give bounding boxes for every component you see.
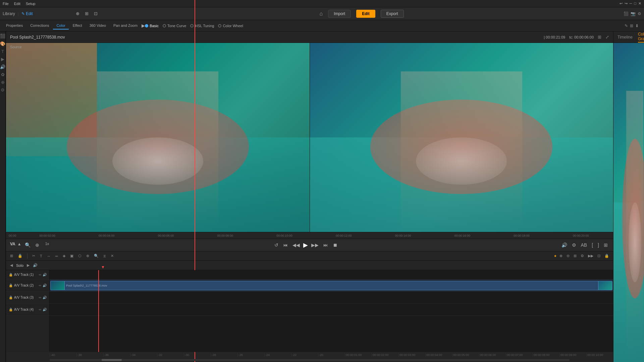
rp-tab-color-grading[interactable]: Color Grading bbox=[638, 32, 644, 43]
tl-tool-magnet[interactable]: ⧖ bbox=[102, 253, 107, 259]
sub-tab-basic[interactable]: Basic bbox=[145, 24, 159, 28]
sub-tab-tone-curve[interactable]: Tone Curve bbox=[163, 24, 186, 28]
more-tabs-button[interactable]: ▶ bbox=[142, 22, 145, 29]
tl-fit[interactable]: ⊞ bbox=[572, 253, 578, 259]
step-forward-button[interactable]: ▶▶ bbox=[310, 242, 320, 248]
side-icon-4[interactable]: ▶ bbox=[1, 57, 4, 62]
tl-more[interactable]: ▶▶ bbox=[587, 253, 595, 259]
scroll-thumb[interactable] bbox=[102, 359, 122, 361]
track-2-audio-icon[interactable]: 🔊 bbox=[43, 284, 47, 287]
tab-effects[interactable]: Effect bbox=[69, 22, 86, 29]
menu-edit[interactable]: Edit bbox=[14, 2, 20, 6]
tl-tool-2[interactable]: 🔒 bbox=[16, 253, 24, 259]
track-4-link-icon[interactable]: ⇔ bbox=[39, 308, 41, 311]
track-1-audio-icon[interactable]: 🔊 bbox=[43, 273, 47, 277]
play-button[interactable]: ▶ bbox=[303, 241, 308, 249]
side-icon-5[interactable]: 🔊 bbox=[0, 64, 5, 69]
next-clip-button[interactable]: ⏭ bbox=[322, 242, 329, 248]
sub-tab-color-wheel[interactable]: Color Wheel bbox=[218, 24, 243, 28]
scroll-track[interactable] bbox=[50, 359, 570, 361]
side-icon-1[interactable]: ⬛ bbox=[0, 34, 5, 39]
edit-pencil-icon2[interactable]: ✎ bbox=[625, 23, 628, 28]
tl-tool-10[interactable]: ⊕ bbox=[85, 253, 91, 259]
toolbar-right-3[interactable]: ⚙ bbox=[638, 11, 641, 16]
track-4-audio-icon[interactable]: 🔊 bbox=[43, 308, 47, 311]
track-3-audio-icon[interactable]: 🔊 bbox=[43, 296, 47, 299]
fullscreen-icon[interactable]: ⤢ bbox=[605, 35, 609, 40]
volume-btn[interactable]: 🔊 bbox=[560, 242, 569, 248]
mark-out-btn[interactable]: ] bbox=[596, 242, 600, 248]
mark-in-btn[interactable]: [ bbox=[590, 242, 594, 248]
home-icon[interactable]: ⌂ bbox=[319, 11, 323, 17]
toolbar-icon-1[interactable]: ⊕ bbox=[74, 10, 82, 17]
tab-corrections[interactable]: Corrections bbox=[27, 22, 52, 29]
edit-button[interactable]: Edit bbox=[356, 10, 375, 18]
tl-lock[interactable]: 🔒 bbox=[603, 253, 610, 259]
rp-tab-timeline[interactable]: Timeline bbox=[618, 35, 633, 40]
maximize-icon[interactable]: □ bbox=[634, 1, 636, 6]
zoom-in-btn[interactable]: ⊕ bbox=[34, 242, 41, 248]
tl-tool-delete[interactable]: ✕ bbox=[109, 253, 115, 259]
loop-button[interactable]: ↺ bbox=[273, 242, 280, 248]
solo-next-btn[interactable]: ▶ bbox=[25, 262, 31, 268]
toolbar-right-2[interactable]: 📷 bbox=[631, 11, 636, 16]
redo-icon[interactable]: ↪ bbox=[625, 1, 628, 6]
sub-tab-hsl-tuning[interactable]: HSL Tuning bbox=[190, 24, 214, 28]
minimize-icon[interactable]: ─ bbox=[630, 1, 632, 6]
expand-icon[interactable]: ⊞ bbox=[598, 35, 601, 40]
tl-tool-7[interactable]: ◈ bbox=[61, 253, 67, 259]
tl-tool-9[interactable]: ⬡ bbox=[77, 253, 83, 259]
import-button[interactable]: Import bbox=[328, 10, 351, 18]
tl-zoom-in[interactable]: ⊕ bbox=[558, 253, 564, 259]
side-icon-6[interactable]: ✿ bbox=[1, 72, 5, 77]
undo-icon[interactable]: ↩ bbox=[620, 1, 623, 6]
zoom-out-btn[interactable]: 🔍 bbox=[23, 242, 32, 248]
toolbar-right-1[interactable]: ⬛ bbox=[624, 11, 629, 16]
track-3-link-icon[interactable]: ⇔ bbox=[39, 296, 41, 299]
toolbar-icon-2[interactable]: ⊞ bbox=[83, 10, 91, 17]
color-wheel-radio[interactable] bbox=[218, 24, 221, 27]
tl-zoom-out[interactable]: ⊖ bbox=[565, 253, 571, 259]
side-icon-3[interactable]: T bbox=[1, 49, 4, 54]
tl-tool-8[interactable]: ▣ bbox=[69, 253, 75, 259]
tl-grid[interactable]: ⊡ bbox=[596, 253, 602, 259]
tl-tool-5[interactable]: ↔ bbox=[46, 253, 52, 259]
side-icon-7[interactable]: ⊕ bbox=[1, 80, 5, 85]
timeline-scrollbar[interactable] bbox=[6, 358, 613, 362]
tab-properties[interactable]: Properties bbox=[3, 22, 26, 29]
tl-tool-11[interactable]: 🔍 bbox=[93, 253, 100, 259]
tl-tool-1[interactable]: ⊞ bbox=[9, 253, 14, 259]
menu-file[interactable]: File bbox=[3, 2, 9, 6]
grid-icon[interactable]: ⊞ bbox=[630, 23, 633, 28]
toolbar-icon-3[interactable]: ⊡ bbox=[92, 10, 100, 17]
solo-prev-btn[interactable]: ◀ bbox=[9, 262, 14, 268]
track-3-lock-icon[interactable]: 🔒 bbox=[9, 296, 13, 299]
track-2-link-icon[interactable]: ⇔ bbox=[39, 284, 41, 287]
library-tab[interactable]: Library bbox=[3, 11, 15, 16]
basic-radio[interactable] bbox=[145, 24, 148, 27]
step-back-button[interactable]: ◀◀ bbox=[291, 242, 301, 248]
solo-speaker-icon[interactable]: 🔊 bbox=[33, 263, 38, 267]
hsl-radio[interactable] bbox=[190, 24, 194, 27]
track-1-link-icon[interactable]: ⇔ bbox=[39, 273, 41, 277]
stop-button[interactable]: ⏹ bbox=[331, 242, 339, 248]
tab-360-video[interactable]: 360 Video bbox=[86, 22, 109, 29]
tone-curve-radio[interactable] bbox=[163, 24, 166, 27]
menu-setup[interactable]: Setup bbox=[26, 2, 36, 6]
prev-clip-button[interactable]: ⏮ bbox=[282, 242, 289, 248]
side-icon-2[interactable]: 🎨 bbox=[0, 41, 5, 46]
export-button[interactable]: Export bbox=[381, 10, 404, 18]
track-4-lock-icon[interactable]: 🔒 bbox=[9, 308, 13, 311]
edit-tab[interactable]: ✎ Edit bbox=[21, 11, 33, 16]
settings-btn[interactable]: ⚙ bbox=[571, 242, 578, 248]
side-icon-8[interactable]: ⚙ bbox=[1, 87, 5, 93]
track-2-lock-icon[interactable]: 🔒 bbox=[9, 284, 13, 287]
tab-pan-zoom[interactable]: Pan and Zoom bbox=[110, 22, 141, 29]
download-icon[interactable]: ⬇ bbox=[635, 23, 639, 28]
tl-tool-6[interactable]: ═ bbox=[54, 253, 59, 259]
ab-loop-btn[interactable]: AB bbox=[580, 242, 589, 248]
tl-tool-3[interactable]: ✂ bbox=[31, 253, 37, 259]
tl-tool-4[interactable]: T bbox=[39, 253, 44, 259]
close-icon[interactable]: ✕ bbox=[638, 1, 641, 6]
tl-settings[interactable]: ⚙ bbox=[579, 253, 585, 259]
